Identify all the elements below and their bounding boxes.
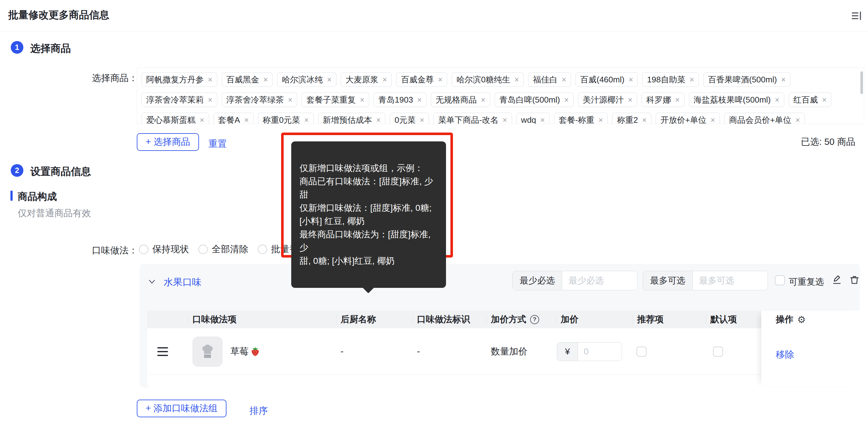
remove-tag-icon[interactable]: ×	[775, 95, 780, 104]
default-checkbox[interactable]	[713, 347, 723, 357]
cell-price-method: 数量加价	[487, 345, 556, 358]
product-tag-label: 红百威	[794, 94, 818, 105]
action-column: 操作 ⚙ 移除	[761, 310, 860, 386]
step-2-title: 设置商品信息	[30, 165, 91, 179]
delete-icon[interactable]	[849, 274, 860, 285]
cell-drag	[147, 347, 188, 356]
remove-tag-icon[interactable]: ×	[628, 95, 633, 104]
remove-tag-icon[interactable]: ×	[208, 95, 213, 104]
product-tag-label: 百威(460ml)	[580, 74, 624, 85]
remove-tag-icon[interactable]: ×	[562, 75, 566, 84]
flavor-group-name[interactable]: 水果口味	[164, 276, 202, 289]
remove-tag-icon[interactable]: ×	[382, 75, 387, 84]
radio-clear-all[interactable]: 全部清除	[198, 243, 248, 256]
step-1-badge: 1	[11, 41, 23, 54]
collapse-panel-icon[interactable]	[850, 9, 863, 22]
remove-tag-icon[interactable]: ×	[481, 95, 486, 104]
radio-icon[interactable]	[258, 244, 267, 254]
tagbox-scrollbar[interactable]	[861, 71, 863, 94]
product-tag: 百威金尊 ×	[396, 72, 447, 87]
table-row: 草莓 - - 数量加价 ¥	[147, 328, 860, 375]
flavor-group-panel: 水果口味 最少必选 最多可选 可重复选 口味做法项 后厨名称	[140, 264, 860, 388]
header-cell-actions: 操作 ⚙	[761, 310, 860, 328]
remove-tag-icon[interactable]: ×	[515, 75, 519, 84]
product-tag-label: 商品会员价+单位	[729, 114, 791, 124]
selected-products-box[interactable]: 阿帆撒复方丹参 × 百威黑金 × 哈尔滨冰纯 × 大麦原浆 ×	[137, 68, 864, 124]
remove-tag-icon[interactable]: ×	[781, 75, 786, 84]
remove-tag-icon[interactable]: ×	[689, 75, 694, 84]
product-tag: 套餐A ×	[214, 113, 254, 124]
product-tag-label: 爱心慕斯蛋糕	[146, 114, 195, 124]
remove-tag-icon[interactable]: ×	[420, 116, 425, 124]
remove-tag-icon[interactable]: ×	[642, 116, 647, 124]
recommended-checkbox[interactable]	[637, 347, 647, 357]
repeatable-label: 可重复选	[789, 276, 824, 288]
radio-icon[interactable]	[139, 244, 149, 254]
header-cell-flavor-mark: 口味做法标识	[412, 310, 487, 328]
chevron-down-icon[interactable]	[148, 278, 156, 286]
product-tag: 科罗娜 ×	[642, 93, 684, 107]
product-tag: 海盐荔枝果啤(500ml) ×	[689, 93, 784, 107]
tag-row-2: 淳茶舍冷萃茉莉 × 淳茶舍冷萃绿茶 × 套餐子菜重复 × 青岛1903 ×	[142, 93, 831, 107]
product-tag-label: 青岛1903	[378, 94, 413, 105]
product-tag-label: 菜单下商品-改名	[438, 114, 498, 124]
page-title: 批量修改更多商品信息	[8, 8, 109, 22]
remove-tag-icon[interactable]: ×	[675, 95, 680, 104]
gear-icon[interactable]: ⚙	[797, 314, 806, 325]
price-input[interactable]	[578, 342, 622, 361]
remove-tag-icon[interactable]: ×	[244, 116, 249, 124]
flavor-methods-label: 口味做法：	[76, 244, 138, 257]
edit-icon[interactable]	[831, 274, 842, 285]
repeatable-checkbox[interactable]	[775, 275, 785, 285]
remove-tag-icon[interactable]: ×	[208, 75, 213, 84]
remove-tag-icon[interactable]: ×	[540, 116, 545, 124]
remove-tag-icon[interactable]: ×	[628, 75, 633, 84]
help-icon[interactable]: ?	[530, 315, 539, 324]
max-select-input[interactable]	[693, 271, 768, 290]
remove-tag-icon[interactable]: ×	[438, 75, 442, 84]
product-tag: 美汁源椰汁 ×	[578, 93, 638, 107]
product-tag: 爱心慕斯蛋糕 ×	[142, 113, 209, 124]
add-flavor-group-button[interactable]: + 添加口味做法组	[137, 400, 226, 417]
remove-row-link[interactable]: 移除	[776, 349, 794, 361]
radio-keep-current[interactable]: 保持现状	[139, 243, 189, 256]
header-cell-drag	[147, 310, 188, 328]
selected-count: 已选: 50 商品	[801, 136, 856, 149]
product-tag-label: 百威黑金	[226, 74, 259, 85]
remove-tag-icon[interactable]: ×	[288, 95, 293, 104]
remove-tag-icon[interactable]: ×	[360, 95, 365, 104]
remove-tag-icon[interactable]: ×	[264, 75, 268, 84]
product-tag-label: 百香果啤酒(500ml)	[708, 74, 777, 85]
drag-handle-icon[interactable]	[157, 347, 168, 356]
remove-tag-icon[interactable]: ×	[710, 116, 715, 124]
sort-link[interactable]: 排序	[250, 405, 268, 417]
product-tag: 菜单下商品-改名 ×	[433, 113, 512, 124]
product-tag: 百香果啤酒(500ml) ×	[703, 72, 790, 87]
product-tag: 青岛白啤(500ml) ×	[495, 93, 574, 107]
tag-row-1: 阿帆撒复方丹参 × 百威黑金 × 哈尔滨冰纯 × 大麦原浆 ×	[142, 72, 790, 87]
remove-tag-icon[interactable]: ×	[502, 116, 507, 124]
min-select-input[interactable]	[562, 271, 637, 290]
page: 批量修改更多商品信息 1 选择商品 选择商品： 阿帆撒复方丹参 × 百威黑金 ×	[0, 0, 868, 428]
remove-tag-icon[interactable]: ×	[304, 116, 309, 124]
select-products-label: 选择商品：	[76, 72, 138, 85]
product-tag-label: 新增预估成本	[323, 114, 372, 124]
remove-tag-icon[interactable]: ×	[417, 95, 422, 104]
remove-tag-icon[interactable]: ×	[376, 116, 381, 124]
tooltip-text: 仅新增口味做法项或组，示例： 商品已有口味做法：[甜度]标准, 少甜 仅新增口味…	[300, 163, 433, 266]
header-cell-default: 默认项	[706, 310, 761, 328]
add-only-tooltip: 仅新增口味做法项或组，示例： 商品已有口味做法：[甜度]标准, 少甜 仅新增口味…	[291, 141, 446, 288]
remove-tag-icon[interactable]: ×	[199, 116, 205, 124]
remove-tag-icon[interactable]: ×	[822, 95, 827, 104]
remove-tag-icon[interactable]: ×	[327, 75, 332, 84]
product-tag: 198自助菜 ×	[642, 72, 699, 87]
remove-tag-icon[interactable]: ×	[598, 116, 603, 124]
product-tag-label: 开放价+单位	[660, 114, 706, 124]
select-products-button[interactable]: + 选择商品	[137, 133, 199, 151]
remove-tag-icon[interactable]: ×	[795, 116, 800, 124]
radio-icon[interactable]	[198, 244, 208, 254]
reset-link[interactable]: 重置	[209, 138, 227, 150]
product-tag: 百威(460ml) ×	[576, 72, 638, 87]
remove-tag-icon[interactable]: ×	[564, 95, 569, 104]
product-tag: 青岛1903 ×	[374, 93, 427, 107]
